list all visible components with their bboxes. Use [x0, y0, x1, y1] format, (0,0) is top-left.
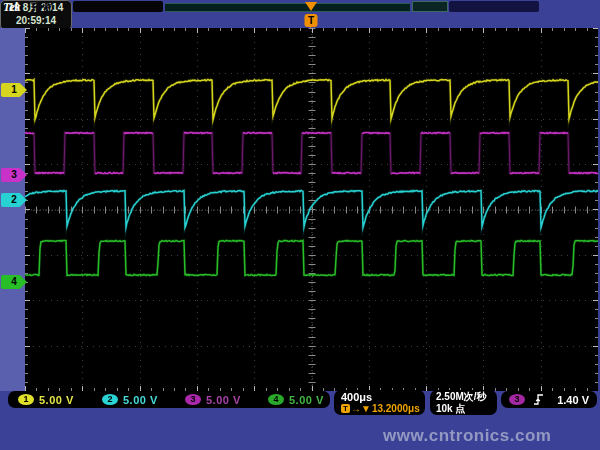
- ch3-badge: 3: [185, 394, 201, 405]
- acquisition-status: 预览: [31, 1, 53, 16]
- trigger-t-marker[interactable]: T: [305, 14, 318, 27]
- ch4-badge: 4: [268, 394, 284, 405]
- ch1-scale: 5.00 V: [39, 394, 74, 406]
- left-margin: [0, 28, 25, 391]
- ch1-readout[interactable]: 1 5.00 V: [18, 393, 74, 406]
- tek-logo: Tek: [3, 0, 21, 15]
- ch4-readout[interactable]: 4 5.00 V: [268, 393, 324, 406]
- ch1-badge: 1: [18, 394, 34, 405]
- horizontal-readout[interactable]: 400μs T →▼ 13.2000μs: [334, 390, 425, 415]
- record-length: 10k 点: [436, 403, 497, 415]
- trigger-readout[interactable]: 3 1.40 V: [501, 391, 597, 408]
- ch2-badge: 2: [102, 394, 118, 405]
- rising-edge-icon: [533, 393, 544, 406]
- ch3-scale: 5.00 V: [206, 394, 241, 406]
- ch2-readout[interactable]: 2 5.00 V: [102, 393, 158, 406]
- watermark: www.cntronics.com: [383, 426, 551, 446]
- ch2-scale: 5.00 V: [123, 394, 158, 406]
- trigger-chip-icon: T: [341, 404, 350, 413]
- readout-placeholder: [412, 1, 448, 12]
- sample-rate: 2.50M次/秒: [436, 391, 497, 403]
- delay-value: 13.2000μs: [372, 403, 420, 414]
- time-per-div: 400μs: [341, 391, 425, 403]
- ch3-readout[interactable]: 3 5.00 V: [185, 393, 241, 406]
- readout-placeholder: [165, 3, 410, 12]
- readout-placeholder: [449, 1, 539, 12]
- trigger-level: 1.40 V: [557, 394, 589, 406]
- waveform-display: [25, 28, 598, 391]
- channel-scale-readout: 1 5.00 V 2 5.00 V 3 5.00 V 4 5.00 V: [8, 391, 330, 408]
- waveform-canvas: [25, 28, 598, 391]
- acquisition-readout[interactable]: 2.50M次/秒 10k 点: [430, 390, 497, 415]
- readout-placeholder: [73, 1, 163, 12]
- ch4-scale: 5.00 V: [289, 394, 324, 406]
- oscilloscope-screen: Tek 预览 T 1 3 2 4 1 5.00 V 2 5.00 V 3 5.0…: [0, 0, 600, 450]
- delay-arrow-icon: →▼: [351, 403, 371, 414]
- trigger-source-badge: 3: [509, 394, 525, 405]
- top-status-bar: Tek 预览: [0, 0, 600, 28]
